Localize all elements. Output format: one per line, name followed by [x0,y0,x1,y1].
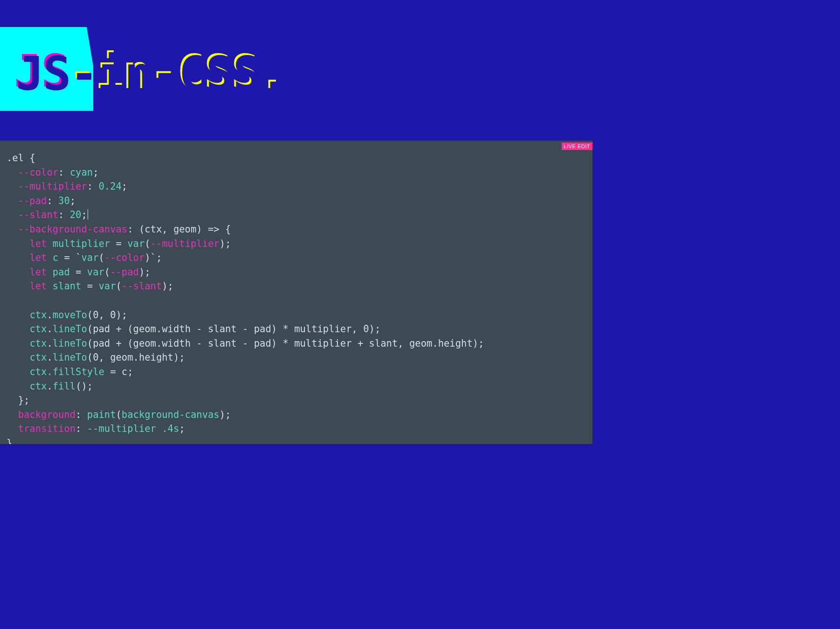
hero-panel: JS-in-CSS. JS-in-CSS. [0,0,592,141]
css-custom-prop: --background-canvas [18,224,128,235]
slide-title: JS-in-CSS. JS-in-CSS. [14,45,285,99]
code-line: .el { [7,152,35,164]
css-property: transition [18,423,76,434]
css-custom-prop: --pad [18,195,47,206]
text-caret [88,209,88,219]
code-content[interactable]: .el { --color: cyan; --multiplier: 0.24;… [7,151,484,444]
css-custom-prop: --slant [18,209,58,220]
css-custom-prop: --multiplier [18,181,87,192]
code-editor-panel[interactable]: LIVE EDIT .el { --color: cyan; --multipl… [0,141,592,444]
title-shadow: JS-in-CSS. [16,47,287,101]
css-property: background [18,409,76,420]
live-edit-badge: LIVE EDIT [562,143,592,150]
css-custom-prop: --color [18,167,58,178]
